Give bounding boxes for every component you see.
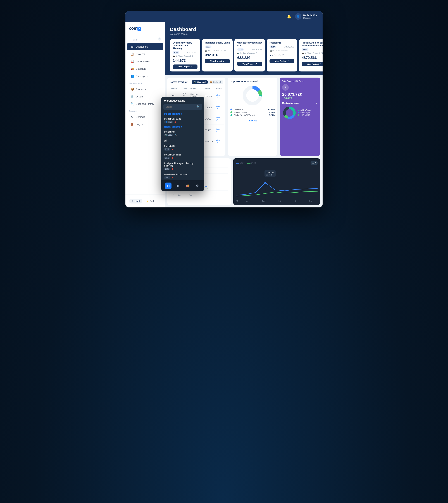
- project-card-amount-1: 392.31€: [205, 53, 230, 57]
- sidebar-item-scanned-history[interactable]: 🔍 Scanned History: [127, 100, 163, 107]
- project-card-id-0: 2099: [173, 51, 179, 54]
- scan-icon-3: 📷: [270, 50, 272, 52]
- chevron-down-icon-recent[interactable]: ▾: [181, 126, 182, 128]
- sidebar-item-suppliers[interactable]: 🚚 Suppliers: [127, 65, 163, 72]
- user-legend-item: Adrien Evrard: [298, 109, 311, 111]
- pin-dot-0: [175, 122, 176, 123]
- sidebar-item-products[interactable]: 📦 Products: [127, 86, 163, 93]
- scan-icon-small: 📷: [165, 134, 167, 136]
- dark-chart-area: 27632€ August Jul Aug Sep Oct: [236, 167, 318, 203]
- view-project-button-3[interactable]: View Project ↗: [270, 59, 294, 63]
- warehouse-bottom-bar: ⊟ ◉ 🚚 ⚙: [161, 180, 204, 191]
- sidebar-item-dashboard[interactable]: ⊞ Dashboard: [127, 43, 163, 50]
- svg-text:Jul: Jul: [236, 200, 238, 202]
- wh-barcode-icon[interactable]: ⊟: [165, 183, 172, 189]
- warehouse-search-input[interactable]: [166, 106, 195, 108]
- project-card-meta-0: 2099 Nov 25, 2022: [173, 51, 197, 54]
- pinned-item-id-0: 👤 2072: [164, 121, 173, 124]
- donut-chart: [242, 85, 263, 106]
- pinned-section-label: Pinned projects ▾: [161, 112, 204, 116]
- wh-scan-icon[interactable]: ◉: [175, 183, 181, 189]
- col-date: Date: [181, 86, 189, 91]
- tab-scanned[interactable]: 📷 Scanned: [192, 80, 208, 84]
- total-price-amount: 26,873.72€: [282, 92, 318, 97]
- svg-text:Jan: Jan: [178, 194, 181, 196]
- table-toggle-tabs: 📷 Scanned 📦 Ordered: [192, 80, 223, 84]
- project-cards-row: Dynamic Inventory Allocation And Plannin…: [165, 39, 322, 75]
- theme-light-button[interactable]: ☀ Light: [129, 199, 142, 204]
- recent-item-0[interactable]: Project #87 📷 2112 🔍: [161, 129, 204, 138]
- sidebar-item-warehouses[interactable]: 🏭 Warehouses: [127, 58, 163, 65]
- wh-truck-icon[interactable]: 🚚: [184, 183, 191, 189]
- wh-all-item-0[interactable]: Project #87 2112: [161, 143, 204, 152]
- user-legend-dot: [298, 110, 299, 111]
- logout-icon: 🚪: [130, 123, 134, 126]
- legend-item: Cable tie 10" 14.36%: [230, 108, 275, 110]
- chevron-down-icon-pinned[interactable]: ▾: [181, 113, 182, 115]
- external-link-icon-2: ↗: [255, 63, 257, 65]
- top-products-legend: Cable tie 10" 14.36% Wooden screw 1.0" 9…: [230, 108, 275, 116]
- sidebar-item-settings[interactable]: ⚙ Settings: [127, 113, 163, 120]
- view-project-button-0[interactable]: View Project ↗: [173, 64, 197, 69]
- tab-ordered[interactable]: 📦 Ordered: [208, 80, 223, 84]
- sidebar-item-projects[interactable]: 📋 Projects: [127, 50, 163, 58]
- settings-icon: ⚙: [130, 115, 134, 119]
- sidebar-label-employees: Employees: [136, 75, 148, 78]
- project-card-1: Integrated Supply Chain 2113 📷 Nr. Times…: [202, 39, 233, 71]
- total-price-title: Total Price Last 30 Days: [282, 80, 304, 82]
- projects-icon: 📋: [130, 52, 134, 56]
- chevron-down-icon[interactable]: ▾: [317, 80, 318, 82]
- page-title: Dashboard: [170, 27, 318, 32]
- project-card-date-0: Nov 25, 2022: [187, 51, 198, 53]
- svg-text:0: 0: [173, 193, 174, 195]
- dark-chart-legend: 2023 2022: [236, 162, 256, 164]
- project-card-id-4: 2136: [302, 48, 308, 51]
- legend-item: Wooden screw 1.0" 9.14%: [230, 111, 275, 113]
- svg-text:Dec: Dec: [309, 200, 312, 202]
- wh-all-item-3[interactable]: Warehouse Productivity 1987: [161, 172, 204, 180]
- sidebar-label-dashboard: Dashboard: [136, 45, 148, 48]
- project-card-date-3: Oct 28, 2022: [284, 46, 294, 48]
- dashboard-header: Dashboard Welcome Mikko!: [165, 22, 322, 39]
- sidebar-item-orders[interactable]: 🛒 Orders: [127, 93, 163, 100]
- external-link-icon-1: ↗: [223, 60, 224, 62]
- all-section-label: All: [161, 138, 204, 143]
- pinned-item-0[interactable]: Project Open #23 👤 2072: [161, 116, 204, 125]
- collapse-icon[interactable]: ⊟: [158, 37, 161, 41]
- sidebar-item-employees[interactable]: 👥 Employees: [127, 73, 163, 79]
- external-link-icon-users[interactable]: ↗: [316, 102, 318, 104]
- theme-dark-button[interactable]: 🌙 Dark: [143, 199, 157, 204]
- view-project-button-4[interactable]: View Project ↗: [302, 62, 322, 66]
- view-project-button-2[interactable]: View Project ↗: [237, 62, 262, 66]
- chart-selector[interactable]: 1 ▾: [311, 161, 318, 165]
- moon-icon: 🌙: [145, 200, 148, 203]
- sidebar-item-logout[interactable]: 🚪 Log out: [127, 121, 163, 128]
- project-card-meta-3: 2127 Oct 28, 2022: [270, 46, 294, 48]
- wh-all-item-1[interactable]: Project Open #23 2072: [161, 152, 204, 161]
- wh-settings-icon[interactable]: ⚙: [194, 183, 201, 189]
- user-info: Huib de Vos Moderator: [303, 14, 318, 19]
- bell-icon[interactable]: 🔔: [287, 14, 291, 19]
- wh-all-item-2[interactable]: Intelligent Picking And Packing Solution…: [161, 161, 204, 172]
- legend-item: Choke (No. WBF 541001) 3.24%: [230, 114, 275, 116]
- top-products-view-all[interactable]: View All: [230, 118, 275, 124]
- project-card-meta-4: 2136: [302, 48, 322, 51]
- theme-toggle-section: ☀ Light 🌙 Dark: [126, 195, 165, 207]
- active-users-title: Most Active Users ↗: [282, 102, 318, 104]
- scan-tab-icon: 📷: [194, 81, 197, 83]
- project-card-scan-4: 📷 Nr. Times Scanned: 24: [302, 52, 322, 54]
- recent-item-name-0: Project #87: [164, 131, 201, 133]
- sidebar-label-suppliers: Suppliers: [136, 67, 146, 70]
- sidebar-label-scanned: Scanned History: [136, 102, 154, 105]
- project-card-amount-2: 682.23€: [237, 56, 262, 60]
- view-project-button-1[interactable]: View Project ↗: [205, 59, 230, 63]
- user-icon-small: 👤: [165, 121, 167, 123]
- all-pin-dot-1: [172, 157, 173, 159]
- user-name: Huib de Vos: [303, 14, 318, 17]
- pinned-item-name-0: Project Open #23: [164, 118, 201, 120]
- project-card-0: Dynamic Inventory Allocation And Plannin…: [170, 39, 200, 71]
- orders-icon: 🛒: [130, 95, 134, 98]
- user-profile[interactable]: 👤 Huib de Vos Moderator: [295, 13, 318, 20]
- recent-item-meta-0: 📷 2112 🔍: [164, 134, 201, 136]
- project-card-2: Warehouse Productivity #12 2116 Nov 7, 2…: [234, 39, 265, 71]
